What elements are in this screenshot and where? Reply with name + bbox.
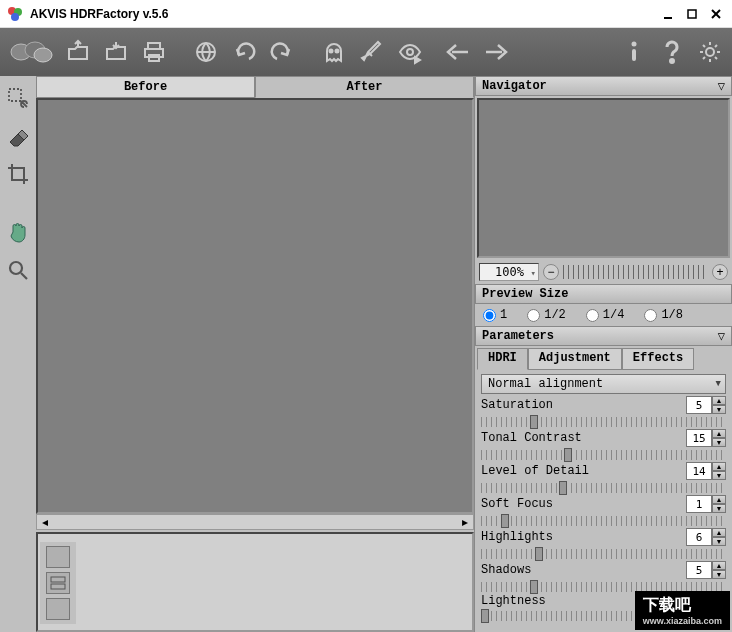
navigator-preview[interactable] <box>477 98 730 258</box>
spin-down-icon[interactable]: ▼ <box>712 537 726 546</box>
spin-up-icon[interactable]: ▲ <box>712 462 726 471</box>
param-value-input[interactable] <box>686 528 712 546</box>
parameters-title: Parameters <box>482 329 554 343</box>
param-label: Level of Detail <box>481 464 686 478</box>
spin-up-icon[interactable]: ▲ <box>712 495 726 504</box>
preview-size-header: Preview Size <box>475 284 732 304</box>
spin-down-icon[interactable]: ▼ <box>712 471 726 480</box>
brush-icon[interactable] <box>354 34 390 70</box>
svg-point-9 <box>34 48 52 62</box>
zoom-out-icon[interactable]: − <box>543 264 559 280</box>
zoom-value-dropdown[interactable]: 100% <box>479 263 539 281</box>
svg-point-17 <box>632 42 637 47</box>
param-label: Highlights <box>481 530 686 544</box>
param-spinner[interactable]: ▲▼ <box>686 429 726 447</box>
param-highlights: Highlights▲▼ <box>481 528 726 559</box>
print-icon[interactable] <box>136 34 172 70</box>
spin-up-icon[interactable]: ▲ <box>712 396 726 405</box>
param-shadows: Shadows▲▼ <box>481 561 726 592</box>
view-compare-icon[interactable] <box>46 572 70 594</box>
param-value-input[interactable] <box>686 561 712 579</box>
param-saturation: Saturation▲▼ <box>481 396 726 427</box>
parameters-header: Parameters ▽ <box>475 326 732 346</box>
tab-before[interactable]: Before <box>36 76 255 98</box>
spin-down-icon[interactable]: ▼ <box>712 570 726 579</box>
param-slider[interactable] <box>481 549 726 559</box>
param-slider[interactable] <box>481 516 726 526</box>
spin-up-icon[interactable]: ▲ <box>712 528 726 537</box>
tab-effects[interactable]: Effects <box>622 348 694 370</box>
svg-point-19 <box>671 60 674 63</box>
horizontal-scrollbar[interactable]: ◂ ▸ <box>36 514 474 530</box>
preview-1-2[interactable]: 1/2 <box>527 308 566 322</box>
crop-tool-icon[interactable] <box>2 158 34 190</box>
window-title: AKVIS HDRFactory v.5.6 <box>30 7 658 21</box>
param-value-input[interactable] <box>686 462 712 480</box>
param-value-input[interactable] <box>686 396 712 414</box>
collapse-icon[interactable]: ▽ <box>718 329 725 344</box>
undo-icon[interactable] <box>226 34 262 70</box>
preview-1[interactable]: 1 <box>483 308 507 322</box>
preview-1-8[interactable]: 1/8 <box>644 308 683 322</box>
param-spinner[interactable]: ▲▼ <box>686 561 726 579</box>
param-spinner[interactable]: ▲▼ <box>686 495 726 513</box>
param-slider[interactable] <box>481 483 726 493</box>
presets-icon[interactable] <box>4 34 58 70</box>
param-spinner[interactable]: ▲▼ <box>686 396 726 414</box>
spin-down-icon[interactable]: ▼ <box>712 504 726 513</box>
param-spinner[interactable]: ▲▼ <box>686 528 726 546</box>
info-icon[interactable] <box>616 34 652 70</box>
preview-1-4[interactable]: 1/4 <box>586 308 625 322</box>
param-value-input[interactable] <box>686 429 712 447</box>
param-slider[interactable] <box>481 450 726 460</box>
ghost-icon[interactable] <box>316 34 352 70</box>
maximize-button[interactable] <box>682 4 702 24</box>
zoom-tool-icon[interactable] <box>2 254 34 286</box>
prev-arrow-icon[interactable] <box>440 34 476 70</box>
main-toolbar <box>0 28 732 76</box>
minimize-button[interactable] <box>658 4 678 24</box>
svg-point-22 <box>10 262 22 274</box>
param-slider[interactable] <box>481 417 726 427</box>
redo-icon[interactable] <box>264 34 300 70</box>
next-arrow-icon[interactable] <box>478 34 514 70</box>
publish-icon[interactable] <box>188 34 224 70</box>
svg-rect-23 <box>51 577 65 582</box>
view-grid-icon[interactable] <box>46 598 70 620</box>
eraser-tool-icon[interactable] <box>2 120 34 152</box>
spin-down-icon[interactable]: ▼ <box>712 438 726 447</box>
image-canvas[interactable] <box>36 98 474 514</box>
settings-gear-icon[interactable] <box>692 34 728 70</box>
close-button[interactable] <box>706 4 726 24</box>
hand-tool-icon[interactable] <box>2 216 34 248</box>
save-icon[interactable] <box>98 34 134 70</box>
zoom-in-icon[interactable]: + <box>712 264 728 280</box>
help-icon[interactable] <box>654 34 690 70</box>
collapse-icon[interactable]: ▽ <box>718 79 725 94</box>
spin-up-icon[interactable]: ▲ <box>712 429 726 438</box>
param-level-of-detail: Level of Detail▲▼ <box>481 462 726 493</box>
svg-rect-21 <box>9 89 21 101</box>
open-icon[interactable] <box>60 34 96 70</box>
scroll-right-icon[interactable]: ▸ <box>457 515 473 529</box>
view-single-icon[interactable] <box>46 546 70 568</box>
svg-point-16 <box>407 49 413 55</box>
svg-point-15 <box>336 50 339 53</box>
eye-play-icon[interactable] <box>392 34 428 70</box>
bottom-panel <box>36 532 474 632</box>
spin-down-icon[interactable]: ▼ <box>712 405 726 414</box>
navigator-header: Navigator ▽ <box>475 76 732 96</box>
quick-preview-tool-icon[interactable] <box>2 82 34 114</box>
spin-up-icon[interactable]: ▲ <box>712 561 726 570</box>
tab-after[interactable]: After <box>255 76 474 98</box>
param-value-input[interactable] <box>686 495 712 513</box>
param-soft-focus: Soft Focus▲▼ <box>481 495 726 526</box>
param-spinner[interactable]: ▲▼ <box>686 462 726 480</box>
tab-hdri[interactable]: HDRI <box>477 348 528 370</box>
tools-sidebar <box>0 76 36 632</box>
zoom-slider[interactable] <box>563 265 708 279</box>
alignment-dropdown[interactable]: Normal alignment <box>481 374 726 394</box>
tab-adjustment[interactable]: Adjustment <box>528 348 622 370</box>
scroll-left-icon[interactable]: ◂ <box>37 515 53 529</box>
preview-size-title: Preview Size <box>482 287 568 301</box>
